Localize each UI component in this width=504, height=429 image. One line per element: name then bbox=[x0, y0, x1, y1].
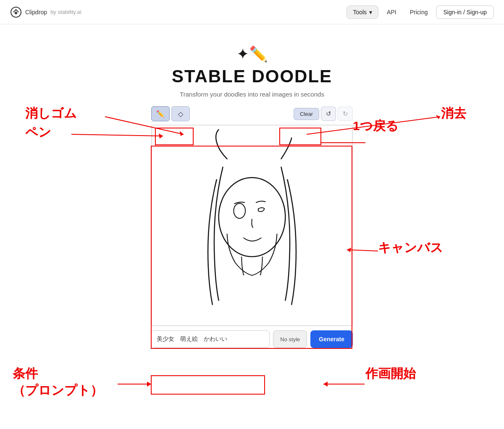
undo-button[interactable]: ↺ bbox=[321, 107, 336, 121]
logo-suffix: by stability.ai bbox=[50, 9, 81, 15]
redo-button[interactable]: ↻ bbox=[338, 107, 353, 121]
main-content: ✏️ ◇ Clear ↺ ↻ bbox=[0, 106, 504, 348]
prompt-input[interactable] bbox=[151, 330, 270, 348]
pricing-button[interactable]: Pricing bbox=[405, 6, 433, 18]
drawing-toolbar: ✏️ ◇ Clear ↺ ↻ bbox=[151, 106, 353, 121]
pen-button[interactable]: ✏️ bbox=[151, 106, 170, 121]
svg-marker-24 bbox=[147, 382, 151, 387]
hero-section: ✦✏️ STABLE DOODLE Transform your doodles… bbox=[0, 24, 504, 106]
svg-text:条件: 条件 bbox=[12, 366, 38, 380]
prompt-row: No style Generate bbox=[151, 330, 353, 348]
svg-text:（プロンプト）: （プロンプト） bbox=[13, 383, 103, 397]
nav-actions: Tools ▾ API Pricing Sign-in / Sign-up bbox=[346, 5, 494, 19]
drawing-canvas[interactable] bbox=[151, 125, 353, 326]
logo-clipdrop: Clipdrop bbox=[25, 9, 47, 16]
signin-button[interactable]: Sign-in / Sign-up bbox=[436, 5, 494, 19]
edit-tools: Clear ↺ ↻ bbox=[294, 107, 353, 121]
tools-button[interactable]: Tools ▾ bbox=[346, 5, 378, 19]
svg-point-1 bbox=[15, 12, 17, 14]
svg-rect-25 bbox=[151, 376, 265, 394]
api-button[interactable]: API bbox=[382, 6, 402, 18]
navbar: Clipdrop by stability.ai Tools ▾ API Pri… bbox=[0, 0, 504, 24]
svg-point-3 bbox=[234, 203, 245, 218]
svg-marker-28 bbox=[323, 382, 328, 387]
clear-button[interactable]: Clear bbox=[294, 108, 319, 120]
chevron-down-icon: ▾ bbox=[369, 9, 372, 16]
logo: Clipdrop by stability.ai bbox=[10, 6, 81, 18]
style-button[interactable]: No style bbox=[273, 330, 307, 348]
hero-title: STABLE DOODLE bbox=[0, 66, 504, 86]
hero-subtitle: Transform your doodles into real images … bbox=[0, 91, 504, 98]
hero-icon: ✦✏️ bbox=[0, 45, 504, 63]
tools-label: Tools bbox=[353, 9, 367, 16]
eraser-button[interactable]: ◇ bbox=[171, 106, 190, 121]
svg-text:作画開始: 作画開始 bbox=[365, 366, 416, 380]
draw-tools: ✏️ ◇ bbox=[151, 106, 190, 121]
generate-button[interactable]: Generate bbox=[310, 330, 353, 348]
